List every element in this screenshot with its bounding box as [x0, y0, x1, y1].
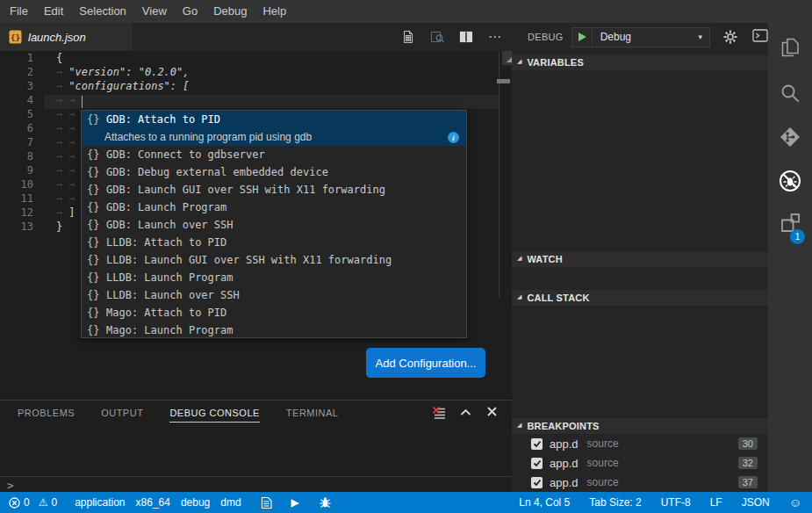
line-number[interactable]: 9: [0, 163, 33, 177]
close-panel-icon[interactable]: [486, 406, 501, 421]
suggest-label: GDB: Debug external embedded device: [106, 166, 328, 178]
cursor-position[interactable]: Ln 4, Col 5: [519, 496, 570, 509]
panel-tab[interactable]: TERMINAL: [286, 408, 339, 423]
breakpoint-file: app.d: [550, 437, 578, 451]
suggest-item[interactable]: LLDB: Attach to PID: [82, 234, 466, 251]
panel-tab[interactable]: PROBLEMS: [18, 408, 75, 423]
launch-configuration-select[interactable]: Debug ▼: [593, 31, 709, 43]
code-line[interactable]: 1 {: [0, 51, 512, 65]
line-number[interactable]: 8: [0, 149, 33, 163]
breakpoint-row[interactable]: app.d source 30: [512, 434, 768, 453]
feedback-smiley-icon[interactable]: ☺: [789, 496, 801, 509]
breakpoint-origin: source: [587, 476, 619, 488]
breakpoint-checkbox[interactable]: [531, 477, 543, 488]
suggest-item[interactable]: GDB: Connect to gdbserver: [82, 146, 466, 163]
configure-gear-icon[interactable]: [722, 29, 738, 45]
start-debugging-button[interactable]: [572, 28, 593, 47]
suggest-item-selected[interactable]: GDB: Attach to PID Attaches to a running…: [82, 111, 466, 146]
suggest-item[interactable]: GDB: Launch Program: [82, 199, 466, 216]
open-launch-config-icon[interactable]: [400, 29, 416, 45]
snippet-icon: [87, 324, 106, 336]
section-watch[interactable]: WATCH: [512, 251, 768, 267]
section-variables[interactable]: VARIABLES: [512, 54, 768, 70]
problems-status[interactable]: 0 ⚠ 0: [9, 496, 57, 509]
menu-item[interactable]: File: [2, 0, 36, 23]
line-number[interactable]: 6: [0, 121, 33, 135]
status-item[interactable]: dmd: [220, 496, 241, 509]
encoding[interactable]: UTF-8: [661, 496, 691, 509]
clear-console-icon[interactable]: [432, 406, 447, 421]
language-mode[interactable]: JSON: [742, 496, 770, 509]
source-control-icon[interactable]: [768, 119, 812, 155]
suggest-item[interactable]: LLDB: Launch Program: [82, 269, 466, 286]
menu-item[interactable]: Help: [255, 0, 294, 23]
info-icon[interactable]: i: [448, 132, 459, 143]
split-editor-icon[interactable]: [458, 29, 474, 45]
snippet-icon: [87, 271, 106, 284]
tab-launch-json[interactable]: {} launch.json: [0, 23, 132, 51]
suggest-label: LLDB: Launch GUI over SSH with X11 forwa…: [106, 254, 392, 266]
line-number[interactable]: 4: [0, 93, 33, 107]
status-item[interactable]: x86_64: [136, 496, 170, 509]
section-breakpoints[interactable]: BREAKPOINTS: [512, 418, 768, 434]
eol[interactable]: LF: [710, 496, 722, 509]
panel-tab[interactable]: OUTPUT: [101, 408, 143, 423]
line-number[interactable]: 3: [0, 79, 33, 93]
snippet-icon: [87, 113, 106, 126]
document-status-icon[interactable]: [261, 496, 272, 509]
line-number[interactable]: 11: [0, 191, 33, 206]
line-number[interactable]: 13: [0, 220, 33, 234]
snippet-icon: [87, 166, 106, 178]
run-status-icon[interactable]: ▶: [291, 497, 299, 508]
code-editor[interactable]: 1 { 2 →"version": "0.2.0", 3 →"configura…: [0, 51, 512, 400]
code-line[interactable]: 3 →"configurations": [: [0, 79, 512, 93]
suggest-item[interactable]: GDB: Debug external embedded device: [82, 163, 466, 181]
suggest-item[interactable]: GDB: Launch over SSH: [82, 216, 466, 234]
debug-console-prompt[interactable]: >: [7, 479, 14, 492]
status-item[interactable]: debug: [181, 496, 210, 509]
twistie-icon: [517, 422, 521, 429]
more-actions-icon[interactable]: ⋯: [487, 29, 503, 45]
suggest-item[interactable]: GDB: Launch GUI over SSH with X11 forwar…: [82, 181, 466, 199]
line-number[interactable]: 10: [0, 177, 33, 191]
breakpoint-checkbox[interactable]: [531, 458, 543, 469]
section-call-stack[interactable]: CALL STACK: [512, 290, 768, 306]
debug-icon[interactable]: [768, 163, 812, 199]
status-item[interactable]: application: [75, 496, 125, 509]
menu-item[interactable]: Selection: [71, 0, 133, 23]
tab-size[interactable]: Tab Size: 2: [589, 496, 641, 509]
breakpoint-row[interactable]: app.d source 37: [512, 473, 768, 492]
panel-tab[interactable]: DEBUG CONSOLE: [169, 408, 259, 423]
snippet-icon: [87, 219, 106, 231]
status-bar: 0 ⚠ 0 applicationx86_64debugdmd ▶ Ln 4, …: [0, 492, 812, 513]
menu-item[interactable]: Edit: [36, 0, 71, 23]
extensions-icon[interactable]: 1: [768, 206, 812, 241]
bug-status-icon[interactable]: [319, 496, 332, 509]
open-preview-icon[interactable]: [429, 29, 445, 45]
menu-item[interactable]: Go: [175, 0, 205, 23]
breakpoint-row[interactable]: app.d source 32: [512, 453, 768, 473]
add-configuration-button[interactable]: Add Configuration...: [366, 348, 485, 378]
line-number[interactable]: 7: [0, 135, 33, 149]
debug-console-icon[interactable]: [752, 29, 768, 45]
menu-item[interactable]: View: [134, 0, 175, 23]
line-number[interactable]: 1: [0, 51, 33, 65]
line-number[interactable]: 2: [0, 65, 33, 79]
suggest-item[interactable]: Mago: Launch Program: [82, 322, 466, 339]
search-icon[interactable]: [768, 76, 812, 111]
line-number[interactable]: 5: [0, 107, 33, 121]
suggest-item[interactable]: LLDB: Launch over SSH: [82, 286, 466, 304]
menu-item[interactable]: Debug: [205, 0, 255, 23]
line-number[interactable]: 12: [0, 206, 33, 220]
suggest-item[interactable]: LLDB: Launch GUI over SSH with X11 forwa…: [82, 251, 466, 269]
code-text: {: [56, 52, 62, 64]
code-line[interactable]: 4 →→: [0, 93, 512, 107]
suggest-item[interactable]: Mago: Attach to PID: [82, 304, 466, 322]
code-line[interactable]: 2 →"version": "0.2.0",: [0, 65, 512, 79]
explorer-icon[interactable]: [768, 30, 812, 65]
breakpoint-checkbox[interactable]: [531, 438, 543, 450]
maximize-panel-icon[interactable]: [459, 406, 474, 421]
code-text: ]: [68, 206, 75, 219]
vscode-window: FileEditSelectionViewGoDebugHelp {} laun…: [0, 0, 812, 513]
breakpoint-file: app.d: [550, 476, 578, 489]
